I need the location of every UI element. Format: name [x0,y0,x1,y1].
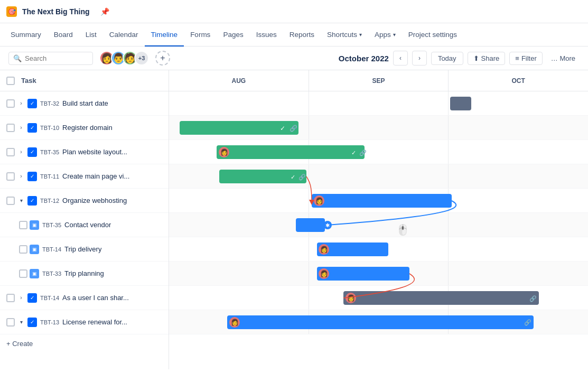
task-row[interactable]: › ✓ TBT-35 Plan website layout... [0,140,169,164]
avatar-group: 👩 👨 🧑 +3 [99,51,149,66]
gantt-row [169,262,588,286]
month-aug: AUG [169,70,309,91]
create-button[interactable]: + Create [0,334,169,353]
task-row[interactable]: ▣ TBT-33 Trip planning [0,262,169,286]
filter-button[interactable]: ≡ Filter [509,52,542,65]
app-name: The Next Big Thing [22,7,90,16]
task-id: TBT-32 [40,100,59,107]
task-type-icon: ✓ [27,172,37,181]
task-id: TBT-13 [40,319,59,325]
tab-board[interactable]: Board [48,23,79,46]
top-bar: 🎯 The Next Big Thing 📌 [0,0,588,23]
task-row[interactable]: ▣ TBT-35 Contact vendor [0,213,169,237]
search-input[interactable] [25,54,88,62]
gantt-row [169,189,588,213]
today-button[interactable]: Today [431,52,463,65]
pin-icon[interactable]: 📌 [100,7,109,16]
task-panel: Task › ✓ TBT-32 Build start date › ✓ TBT… [0,70,169,369]
gantt-row [169,164,588,189]
task-checkbox[interactable] [19,221,27,229]
task-name: Organize webhosting [62,197,127,204]
app-icon: 🎯 [6,6,17,17]
task-checkbox[interactable] [6,318,15,327]
task-checkbox[interactable] [6,294,15,302]
task-type-icon: ▣ [30,269,39,278]
task-row[interactable]: ▣ TBT-14 Trip delivery [0,237,169,262]
expand-button[interactable]: ▾ [17,318,25,327]
task-type-icon: ✓ [27,293,37,303]
expand-button[interactable]: › [17,124,25,132]
tab-summary[interactable]: Summary [4,23,48,46]
task-row[interactable]: ▾ ✓ TBT-12 Organize webhosting [0,189,169,213]
timeline-panel: AUG SEP OCT [169,70,588,369]
gantt-row [169,140,588,164]
task-row[interactable]: › ✓ TBT-11 Create main page vi... [0,164,169,189]
task-row[interactable]: › ✓ TBT-32 Build start date [0,91,169,116]
avatar-count[interactable]: +3 [134,51,149,66]
task-id: TBT-14 [40,295,59,301]
expand-button[interactable]: › [17,148,25,156]
task-name: Trip planning [64,269,104,277]
tab-issues[interactable]: Issues [250,23,283,46]
task-name: Contact vendor [64,221,111,229]
gantt-row [169,116,588,140]
task-name: Plan website layout... [62,148,127,156]
task-checkbox[interactable] [6,99,15,108]
filter-icon: ≡ [515,54,519,62]
task-row[interactable]: ▾ ✓ TBT-13 License renewal for... [0,310,169,334]
expand-button[interactable]: › [17,99,25,108]
timeline-header: AUG SEP OCT [169,70,588,91]
date-navigation: October 2022 ‹ › Today ⬆ Share ≡ Filter … [339,51,580,66]
task-checkbox[interactable] [6,172,15,181]
task-id: TBT-10 [40,125,59,131]
task-checkbox[interactable] [19,245,27,254]
task-column-header: Task [0,70,169,91]
next-month-button[interactable]: › [412,51,427,66]
more-button[interactable]: … More [547,52,580,64]
task-type-icon: ✓ [27,123,37,133]
select-all-checkbox[interactable] [6,77,15,85]
tab-reports[interactable]: Reports [283,23,321,46]
task-name: Build start date [62,99,108,107]
tab-pages[interactable]: Pages [217,23,249,46]
tab-forms[interactable]: Forms [184,23,217,46]
gantt-row [169,310,588,334]
gantt-row [169,286,588,310]
task-checkbox[interactable] [6,124,15,132]
toolbar: 🔍 👩 👨 🧑 +3 + October 2022 ‹ › Today ⬆ Sh… [0,46,588,70]
tab-list[interactable]: List [79,23,103,46]
add-assignee-button[interactable]: + [155,51,170,66]
task-id: TBT-35 [42,222,61,228]
task-row[interactable]: › ✓ TBT-10 Register domain [0,116,169,140]
tab-shortcuts[interactable]: Shortcuts▾ [321,23,368,46]
task-name: Trip delivery [64,245,101,253]
tab-calendar[interactable]: Calendar [103,23,145,46]
expand-button[interactable]: ▾ [17,197,25,205]
tab-project-settings[interactable]: Project settings [402,23,463,46]
task-name: As a user I can shar... [62,294,129,302]
task-type-icon: ✓ [27,196,37,206]
tab-timeline[interactable]: Timeline [145,23,184,46]
gantt-row [169,237,588,262]
share-button[interactable]: ⬆ Share [468,52,506,65]
task-id: TBT-33 [42,271,61,277]
share-icon: ⬆ [473,54,479,62]
task-checkbox[interactable] [19,269,27,278]
expand-button[interactable]: › [17,294,25,302]
search-box[interactable]: 🔍 [8,52,93,65]
task-name: License renewal for... [62,318,127,326]
search-icon: 🔍 [13,54,22,62]
tab-apps[interactable]: Apps▾ [368,23,402,46]
month-oct: OCT [449,70,588,91]
task-checkbox[interactable] [6,148,15,156]
task-row[interactable]: › ✓ TBT-14 As a user I can shar... [0,286,169,310]
gantt-row [169,91,588,116]
task-checkbox[interactable] [6,197,15,205]
current-month: October 2022 [339,54,389,63]
month-sep: SEP [309,70,449,91]
task-type-icon: ▣ [30,220,39,230]
prev-month-button[interactable]: ‹ [393,51,408,66]
expand-button[interactable]: › [17,172,25,181]
task-type-icon: ✓ [27,147,37,157]
task-id: TBT-12 [40,198,59,204]
